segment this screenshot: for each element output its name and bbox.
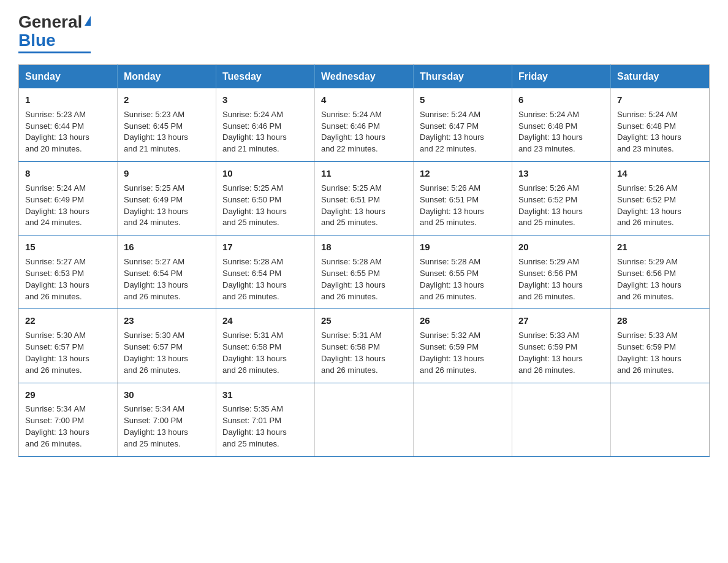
day-info: Sunrise: 5:34 AMSunset: 7:00 PMDaylight:… <box>25 404 89 448</box>
calendar-day-cell: 5Sunrise: 5:24 AMSunset: 6:47 PMDaylight… <box>414 88 512 162</box>
calendar-week-row: 1Sunrise: 5:23 AMSunset: 6:44 PMDaylight… <box>19 88 710 162</box>
day-info: Sunrise: 5:24 AMSunset: 6:49 PMDaylight:… <box>25 183 89 228</box>
day-info: Sunrise: 5:24 AMSunset: 6:48 PMDaylight:… <box>518 110 583 154</box>
calendar-week-row: 29Sunrise: 5:34 AMSunset: 7:00 PMDayligh… <box>19 383 710 456</box>
calendar-day-cell: 31Sunrise: 5:35 AMSunset: 7:01 PMDayligh… <box>216 383 315 456</box>
day-number: 9 <box>124 167 210 180</box>
logo: General Blue <box>18 12 91 53</box>
weekday-header-sunday: Sunday <box>19 65 118 89</box>
weekday-header-friday: Friday <box>512 65 611 89</box>
weekday-header-saturday: Saturday <box>611 65 710 89</box>
calendar-day-cell: 7Sunrise: 5:24 AMSunset: 6:48 PMDaylight… <box>611 88 710 162</box>
logo-triangle-icon <box>85 16 91 26</box>
day-number: 30 <box>124 388 210 402</box>
day-number: 13 <box>518 167 604 180</box>
calendar-day-cell: 27Sunrise: 5:33 AMSunset: 6:59 PMDayligh… <box>512 309 611 383</box>
day-number: 17 <box>222 240 308 254</box>
calendar-day-cell: 9Sunrise: 5:25 AMSunset: 6:49 PMDaylight… <box>118 162 216 236</box>
day-number: 6 <box>518 93 604 107</box>
day-number: 14 <box>617 167 703 180</box>
calendar-day-cell: 12Sunrise: 5:26 AMSunset: 6:51 PMDayligh… <box>414 162 512 236</box>
day-info: Sunrise: 5:26 AMSunset: 6:52 PMDaylight:… <box>518 183 583 228</box>
day-number: 25 <box>321 314 407 327</box>
day-number: 7 <box>617 93 703 107</box>
day-info: Sunrise: 5:24 AMSunset: 6:48 PMDaylight:… <box>617 110 681 154</box>
calendar-day-cell: 6Sunrise: 5:24 AMSunset: 6:48 PMDaylight… <box>512 88 611 162</box>
weekday-header-wednesday: Wednesday <box>315 65 414 89</box>
calendar-week-row: 22Sunrise: 5:30 AMSunset: 6:57 PMDayligh… <box>19 309 710 383</box>
calendar-day-cell: 30Sunrise: 5:34 AMSunset: 7:00 PMDayligh… <box>118 383 216 456</box>
day-info: Sunrise: 5:26 AMSunset: 6:52 PMDaylight:… <box>617 183 681 228</box>
day-info: Sunrise: 5:28 AMSunset: 6:54 PMDaylight:… <box>222 257 287 301</box>
calendar-day-cell: 17Sunrise: 5:28 AMSunset: 6:54 PMDayligh… <box>216 236 315 309</box>
day-number: 27 <box>518 314 604 327</box>
day-number: 2 <box>124 93 210 107</box>
day-number: 19 <box>420 240 506 254</box>
day-number: 12 <box>420 167 506 180</box>
calendar-day-cell: 1Sunrise: 5:23 AMSunset: 6:44 PMDaylight… <box>19 88 118 162</box>
day-info: Sunrise: 5:31 AMSunset: 6:58 PMDaylight:… <box>222 331 287 375</box>
calendar-day-cell: 23Sunrise: 5:30 AMSunset: 6:57 PMDayligh… <box>118 309 216 383</box>
day-number: 8 <box>25 167 111 180</box>
day-info: Sunrise: 5:23 AMSunset: 6:44 PMDaylight:… <box>25 110 89 154</box>
logo-underline <box>18 52 91 53</box>
calendar-day-cell <box>512 383 611 456</box>
calendar-day-cell: 26Sunrise: 5:32 AMSunset: 6:59 PMDayligh… <box>414 309 512 383</box>
day-info: Sunrise: 5:25 AMSunset: 6:51 PMDaylight:… <box>321 183 385 228</box>
day-number: 4 <box>321 93 407 107</box>
calendar-day-cell: 28Sunrise: 5:33 AMSunset: 6:59 PMDayligh… <box>611 309 710 383</box>
logo-text: General <box>18 12 91 32</box>
day-info: Sunrise: 5:25 AMSunset: 6:50 PMDaylight:… <box>222 183 287 228</box>
calendar-day-cell: 8Sunrise: 5:24 AMSunset: 6:49 PMDaylight… <box>19 162 118 236</box>
day-info: Sunrise: 5:29 AMSunset: 6:56 PMDaylight:… <box>617 257 681 301</box>
day-number: 15 <box>25 240 111 254</box>
calendar-week-row: 8Sunrise: 5:24 AMSunset: 6:49 PMDaylight… <box>19 162 710 236</box>
calendar-day-cell: 13Sunrise: 5:26 AMSunset: 6:52 PMDayligh… <box>512 162 611 236</box>
day-info: Sunrise: 5:26 AMSunset: 6:51 PMDaylight:… <box>420 183 484 228</box>
day-number: 5 <box>420 93 506 107</box>
day-number: 22 <box>25 314 111 327</box>
day-info: Sunrise: 5:33 AMSunset: 6:59 PMDaylight:… <box>617 331 681 375</box>
day-info: Sunrise: 5:24 AMSunset: 6:47 PMDaylight:… <box>420 110 484 154</box>
day-number: 20 <box>518 240 604 254</box>
day-info: Sunrise: 5:28 AMSunset: 6:55 PMDaylight:… <box>321 257 385 301</box>
day-info: Sunrise: 5:27 AMSunset: 6:54 PMDaylight:… <box>124 257 188 301</box>
calendar-day-cell <box>611 383 710 456</box>
calendar-day-cell: 24Sunrise: 5:31 AMSunset: 6:58 PMDayligh… <box>216 309 315 383</box>
day-number: 16 <box>124 240 210 254</box>
calendar-day-cell: 21Sunrise: 5:29 AMSunset: 6:56 PMDayligh… <box>611 236 710 309</box>
day-info: Sunrise: 5:25 AMSunset: 6:49 PMDaylight:… <box>124 183 188 228</box>
day-info: Sunrise: 5:31 AMSunset: 6:58 PMDaylight:… <box>321 331 385 375</box>
calendar-day-cell: 22Sunrise: 5:30 AMSunset: 6:57 PMDayligh… <box>19 309 118 383</box>
weekday-header-thursday: Thursday <box>414 65 512 89</box>
day-number: 26 <box>420 314 506 327</box>
day-info: Sunrise: 5:24 AMSunset: 6:46 PMDaylight:… <box>222 110 287 154</box>
calendar-day-cell: 18Sunrise: 5:28 AMSunset: 6:55 PMDayligh… <box>315 236 414 309</box>
day-info: Sunrise: 5:35 AMSunset: 7:01 PMDaylight:… <box>222 404 287 448</box>
day-number: 21 <box>617 240 703 254</box>
day-info: Sunrise: 5:32 AMSunset: 6:59 PMDaylight:… <box>420 331 484 375</box>
calendar-week-row: 15Sunrise: 5:27 AMSunset: 6:53 PMDayligh… <box>19 236 710 309</box>
calendar-day-cell: 20Sunrise: 5:29 AMSunset: 6:56 PMDayligh… <box>512 236 611 309</box>
day-info: Sunrise: 5:33 AMSunset: 6:59 PMDaylight:… <box>518 331 583 375</box>
day-number: 28 <box>617 314 703 327</box>
weekday-header-row: SundayMondayTuesdayWednesdayThursdayFrid… <box>19 65 710 89</box>
logo-blue-text: Blue <box>18 31 56 50</box>
day-info: Sunrise: 5:27 AMSunset: 6:53 PMDaylight:… <box>25 257 89 301</box>
day-number: 23 <box>124 314 210 327</box>
calendar-day-cell: 2Sunrise: 5:23 AMSunset: 6:45 PMDaylight… <box>118 88 216 162</box>
logo-general-text: General <box>18 12 82 32</box>
day-info: Sunrise: 5:28 AMSunset: 6:55 PMDaylight:… <box>420 257 484 301</box>
weekday-header-monday: Monday <box>118 65 216 89</box>
day-number: 18 <box>321 240 407 254</box>
calendar-day-cell: 16Sunrise: 5:27 AMSunset: 6:54 PMDayligh… <box>118 236 216 309</box>
day-info: Sunrise: 5:24 AMSunset: 6:46 PMDaylight:… <box>321 110 385 154</box>
calendar-day-cell: 19Sunrise: 5:28 AMSunset: 6:55 PMDayligh… <box>414 236 512 309</box>
weekday-header-tuesday: Tuesday <box>216 65 315 89</box>
day-info: Sunrise: 5:34 AMSunset: 7:00 PMDaylight:… <box>124 404 188 448</box>
calendar-day-cell: 4Sunrise: 5:24 AMSunset: 6:46 PMDaylight… <box>315 88 414 162</box>
day-number: 10 <box>222 167 308 180</box>
day-number: 31 <box>222 388 308 402</box>
calendar-day-cell <box>315 383 414 456</box>
day-number: 3 <box>222 93 308 107</box>
